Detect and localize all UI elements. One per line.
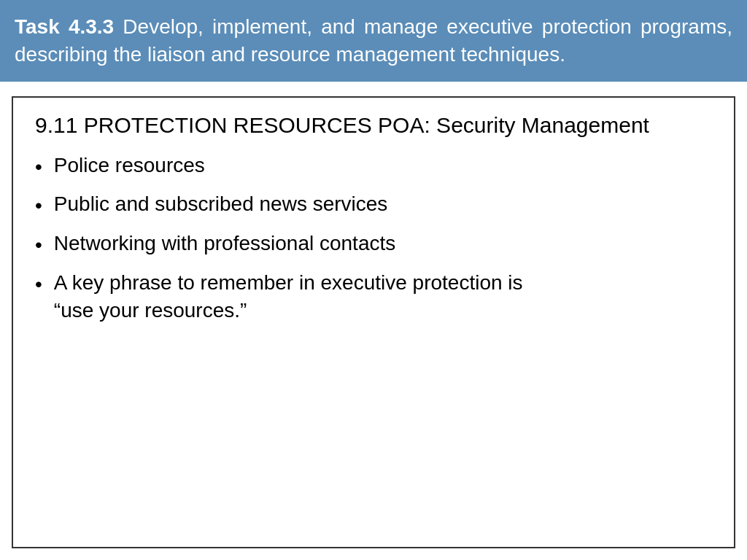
bullet-line1: A key phrase to remember in executive pr… [54,269,712,297]
task-label: Task 4.3.3 [15,15,114,38]
header-text: Task 4.3.3 Develop, implement, and manag… [15,13,732,69]
bullet-text: Networking with professional contacts [54,230,712,257]
list-item: • Networking with professional contacts [35,230,712,259]
bullet-list: • Police resources • Public and subscrib… [35,152,712,335]
content-box: 9.11 PROTECTION RESOURCES POA: Security … [12,96,735,548]
bullet-dot: • [35,192,42,219]
bullet-dot: • [35,271,42,298]
list-item: • Police resources [35,152,712,181]
task-description: Develop, implement, and manage executive… [15,15,732,66]
bullet-text: Police resources [54,152,712,179]
bullet-dot: • [35,231,42,259]
content-area: 9.11 PROTECTION RESOURCES POA: Security … [0,82,747,560]
list-item: • Public and subscribed news services [35,190,712,219]
bullet-line2: “use your resources.” [54,297,712,324]
header-banner: Task 4.3.3 Develop, implement, and manag… [0,0,747,82]
bullet-text-last: A key phrase to remember in executive pr… [54,269,712,324]
list-item: • A key phrase to remember in executive … [35,269,712,324]
page-container: Task 4.3.3 Develop, implement, and manag… [0,0,747,560]
section-title: 9.11 PROTECTION RESOURCES POA: Security … [35,112,712,139]
bullet-dot: • [35,153,42,181]
bullet-text: Public and subscribed news services [54,190,712,218]
